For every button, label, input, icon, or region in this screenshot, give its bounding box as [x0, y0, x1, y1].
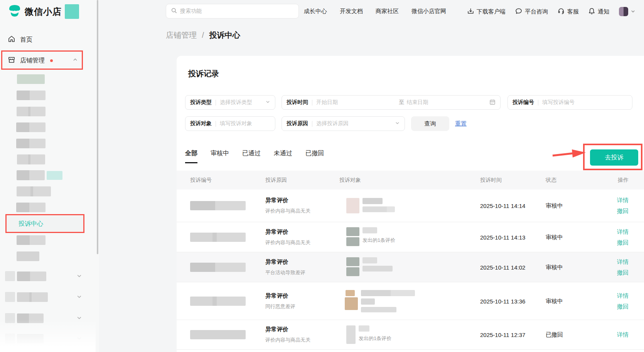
redacted-group-label	[17, 272, 46, 281]
withdraw-link[interactable]: 撤回	[617, 303, 629, 310]
table-body: 异常评价 评价内容与商品无关 2025-10-11 14:14 审核中 详情 撤…	[177, 189, 644, 350]
redacted-complaint-number	[190, 201, 246, 210]
download-client-button[interactable]: 下载客户端	[467, 8, 506, 15]
status-cell: 审核中	[546, 297, 563, 305]
redacted-menu-item	[17, 251, 39, 261]
app-logo[interactable]: 微信小店	[8, 4, 79, 19]
detail-link[interactable]: 详情	[617, 292, 629, 299]
filter-label: 投诉原因	[287, 120, 308, 127]
nav-link-dev-docs[interactable]: 开发文档	[340, 8, 363, 15]
chevron-down-icon	[76, 335, 82, 343]
redacted-text-block	[362, 266, 393, 272]
platform-consult-button[interactable]: 平台咨询	[515, 8, 548, 16]
avatar	[619, 7, 628, 16]
target-cell	[345, 290, 415, 312]
annotation-arrow	[552, 148, 586, 161]
date-start-placeholder[interactable]: 开始日期	[316, 99, 338, 106]
filter-complaint-type-select[interactable]: 投诉类型 选择投诉类型	[185, 95, 275, 110]
reset-button[interactable]: 重置	[455, 120, 467, 127]
filter-complaint-time-range[interactable]: 投诉时间 开始日期 至结束日期	[282, 95, 501, 110]
download-icon	[467, 8, 474, 15]
tab-all[interactable]: 全部	[185, 149, 197, 159]
redacted-menu-item	[17, 91, 46, 100]
account-menu[interactable]	[619, 7, 636, 16]
notifications-button[interactable]: 通知	[588, 8, 609, 16]
filter-placeholder: 填写投诉编号	[542, 99, 575, 106]
target-note: 发出的1条评价	[359, 335, 391, 342]
tab-under-review[interactable]: 审核中	[211, 149, 229, 159]
sidebar-item-label: 投诉中心	[19, 220, 43, 228]
filter-complaint-cause-select[interactable]: 投诉原因 选择投诉原因	[282, 116, 405, 131]
redacted-group-label	[17, 334, 44, 344]
cause-subtext: 评价内容与商品无关	[265, 337, 310, 344]
avatar-placeholder	[346, 325, 356, 344]
filter-complaint-number-input[interactable]: 投诉编号 填写投诉编号	[507, 95, 632, 110]
col-actions: 操作	[618, 177, 629, 184]
chevron-down-icon	[76, 273, 82, 280]
sidebar-item-store-management[interactable]: 店铺管理	[0, 54, 93, 67]
divider	[538, 100, 538, 106]
time-cell: 2025-10-11 13:36	[480, 298, 525, 304]
withdraw-link[interactable]: 撤回	[617, 239, 629, 246]
withdraw-link[interactable]: 撤回	[617, 269, 629, 276]
search-input[interactable]: 搜索功能	[166, 4, 299, 18]
sidebar: 微信小店 首页 店铺管理	[0, 0, 99, 352]
headset-icon	[558, 8, 565, 16]
sidebar-scrollbar[interactable]	[97, 0, 98, 254]
withdraw-link[interactable]: 撤回	[617, 208, 629, 215]
redacted-text-block	[361, 290, 415, 296]
tab-approved[interactable]: 已通过	[242, 149, 261, 159]
avatar-placeholder	[346, 227, 359, 236]
target-cell	[346, 257, 393, 277]
detail-link[interactable]: 详情	[617, 258, 629, 265]
tab-rejected[interactable]: 未通过	[274, 149, 292, 159]
home-icon	[8, 35, 15, 44]
cause-cell: 异常评价 评价内容与商品无关	[265, 326, 310, 344]
top-nav: 成长中心 开发文档 商家社区 微信小店官网	[304, 8, 446, 15]
nav-link-growth-center[interactable]: 成长中心	[304, 8, 327, 15]
actions-cell: 详情 撤回	[617, 292, 629, 310]
redacted-text-block	[361, 307, 396, 312]
breadcrumb-separator: /	[202, 31, 204, 39]
sidebar-item-home[interactable]: 首页	[0, 33, 93, 47]
detail-link[interactable]: 详情	[617, 197, 629, 204]
query-button[interactable]: 查询	[411, 116, 449, 131]
filter-label: 投诉时间	[287, 99, 308, 106]
table-row: 异常评价 同行恶意差评 2025-10-11 13:36 审核中 详情 撤回	[177, 282, 644, 320]
redacted-menu-item	[17, 170, 45, 180]
filter-placeholder: 填写投诉对象	[220, 120, 252, 127]
col-complaint-cause: 投诉原因	[265, 177, 287, 184]
divider	[312, 121, 312, 127]
redacted-group-icon	[5, 334, 15, 344]
redacted-group-icon	[5, 292, 15, 302]
customer-service-button[interactable]: 客服	[558, 8, 579, 16]
nav-link-official-site[interactable]: 微信小店官网	[411, 8, 446, 15]
avatar-placeholder	[346, 290, 355, 296]
redacted-text-block	[362, 257, 377, 263]
redacted-menu-item	[17, 154, 45, 164]
nav-link-merchant-community[interactable]: 商家社区	[376, 8, 399, 15]
top-utilities: 下载客户端 平台咨询 客服 通知	[467, 7, 636, 16]
detail-link[interactable]: 详情	[617, 228, 629, 235]
sidebar-item-label: 首页	[20, 36, 32, 44]
filter-complaint-target-input[interactable]: 投诉对象 填写投诉对象	[185, 116, 275, 131]
redacted-menu-item	[17, 107, 46, 116]
cause-subtext: 评价内容与商品无关	[265, 208, 310, 215]
date-end-placeholder[interactable]: 结束日期	[407, 99, 428, 105]
chevron-down-icon	[76, 315, 82, 322]
search-icon	[171, 8, 177, 15]
detail-link[interactable]: 详情	[617, 331, 629, 339]
sidebar-item-complaint-center[interactable]: 投诉中心	[7, 216, 83, 231]
go-complaint-button[interactable]: 去投诉	[590, 149, 638, 166]
cause-text: 异常评价	[265, 228, 310, 236]
breadcrumb-parent[interactable]: 店铺管理	[166, 31, 197, 39]
redacted-group-icon	[5, 313, 15, 323]
app-title: 微信小店	[25, 6, 62, 18]
status-cell: 审核中	[546, 263, 563, 271]
target-cell: 发出的1条评价	[346, 325, 391, 344]
target-note: 发出的1条评价	[362, 237, 395, 244]
search-placeholder: 搜索功能	[180, 8, 202, 15]
tab-withdrawn[interactable]: 已撤回	[305, 149, 324, 159]
cause-text: 异常评价	[265, 258, 305, 266]
redacted-text-block	[362, 227, 377, 233]
